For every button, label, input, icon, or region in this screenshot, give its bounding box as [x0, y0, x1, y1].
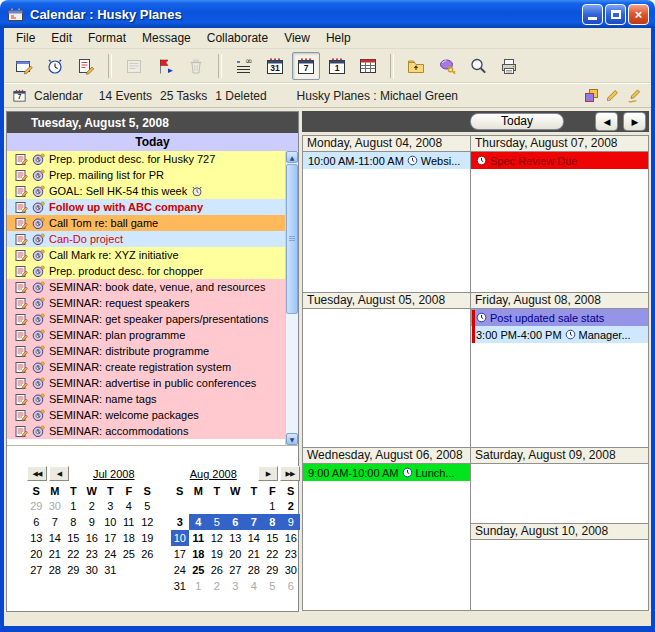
task-item[interactable]: SEMINAR: accommodations: [7, 423, 286, 439]
mini-date[interactable]: 19: [138, 530, 157, 546]
minical-title-jul[interactable]: Jul 2008: [71, 468, 157, 480]
menu-message[interactable]: Message: [134, 29, 199, 47]
mini-date[interactable]: 5: [208, 514, 227, 530]
print-icon[interactable]: [495, 52, 523, 80]
month-view-icon[interactable]: 31: [261, 52, 289, 80]
categories-icon[interactable]: [584, 88, 599, 103]
menu-collaborate[interactable]: Collaborate: [199, 29, 276, 47]
prev-week-button[interactable]: ◀: [595, 112, 618, 131]
new-alarm-icon[interactable]: [41, 52, 69, 80]
mini-date[interactable]: 18: [189, 546, 208, 562]
next-week-button[interactable]: ▶: [623, 112, 646, 131]
day-header-wednesday[interactable]: Wednesday, August 06, 2008: [302, 447, 471, 464]
task-item[interactable]: SEMINAR: book date, venue, and resources: [7, 279, 286, 295]
prev-year-button[interactable]: ◀◀: [27, 466, 47, 481]
task-item[interactable]: SEMINAR: plan programme: [7, 327, 286, 343]
event[interactable]: 3:00 PM-4:00 PMManager...: [471, 326, 648, 343]
mini-date[interactable]: 23: [282, 546, 301, 562]
edit-pencil-icon[interactable]: [605, 88, 620, 103]
mini-date[interactable]: 21: [46, 546, 65, 562]
mini-date[interactable]: 2: [282, 498, 301, 514]
task-item[interactable]: Call Tom re: ball game: [7, 215, 286, 231]
mini-date[interactable]: 6: [27, 514, 46, 530]
mini-date[interactable]: 31: [101, 562, 120, 578]
mini-date[interactable]: 29: [64, 562, 83, 578]
task-item[interactable]: GOAL: Sell HK-54 this week: [7, 183, 286, 199]
mini-date[interactable]: 10: [101, 514, 120, 530]
mini-date[interactable]: 12: [208, 530, 227, 546]
mini-date[interactable]: 30: [46, 498, 65, 514]
mini-date[interactable]: 27: [226, 562, 245, 578]
mini-date[interactable]: 24: [101, 546, 120, 562]
day-cell-tuesday[interactable]: [302, 308, 471, 448]
task-item[interactable]: SEMINAR: create registration system: [7, 359, 286, 375]
mini-date[interactable]: 21: [245, 546, 264, 562]
sign-pencil-icon[interactable]: [626, 88, 643, 103]
mini-date[interactable]: 1: [64, 498, 83, 514]
day-header-friday[interactable]: Friday, August 08, 2008: [470, 292, 649, 309]
mini-date[interactable]: 9: [83, 514, 102, 530]
minical-title-aug[interactable]: Aug 2008: [171, 468, 257, 480]
mini-date[interactable]: 25: [120, 546, 139, 562]
mini-date[interactable]: 14: [245, 530, 264, 546]
mini-date[interactable]: 5: [263, 578, 282, 594]
menu-format[interactable]: Format: [80, 29, 134, 47]
mini-date[interactable]: 4: [189, 514, 208, 530]
mini-date[interactable]: 5: [138, 498, 157, 514]
mini-date[interactable]: 7: [46, 514, 65, 530]
day-cell-friday[interactable]: Post updated sale stats3:00 PM-4:00 PMMa…: [470, 308, 649, 448]
mini-date[interactable]: 3: [226, 578, 245, 594]
title-bar[interactable]: Calendar : Husky Planes ×: [0, 0, 655, 28]
mini-date[interactable]: 11: [120, 514, 139, 530]
mini-date[interactable]: 15: [263, 530, 282, 546]
mini-date[interactable]: 16: [282, 530, 301, 546]
mini-date[interactable]: 20: [27, 546, 46, 562]
search-icon[interactable]: [464, 52, 492, 80]
task-item[interactable]: SEMINAR: welcome packages: [7, 407, 286, 423]
task-item[interactable]: SEMINAR: request speakers: [7, 295, 286, 311]
mini-date[interactable]: 13: [226, 530, 245, 546]
scroll-up-button[interactable]: ▲: [286, 151, 298, 163]
mini-date[interactable]: 1: [263, 498, 282, 514]
prev-month-button[interactable]: ◀: [49, 466, 69, 481]
mini-date[interactable]: 22: [263, 546, 282, 562]
mini-date[interactable]: 23: [83, 546, 102, 562]
task-item[interactable]: SEMINAR: distribute programme: [7, 343, 286, 359]
day-view-icon[interactable]: 1: [323, 52, 351, 80]
mini-date[interactable]: 9: [282, 514, 301, 530]
next-year-button[interactable]: ▶▶: [280, 466, 300, 481]
mini-date[interactable]: 6: [226, 514, 245, 530]
day-header-saturday[interactable]: Saturday, August 09, 2008: [470, 447, 649, 464]
mini-date[interactable]: 11: [189, 530, 208, 546]
mini-date[interactable]: 26: [208, 562, 227, 578]
mini-date[interactable]: 16: [83, 530, 102, 546]
day-cell-saturday[interactable]: [470, 463, 649, 524]
mini-date[interactable]: 31: [171, 578, 190, 594]
menu-edit[interactable]: Edit: [43, 29, 80, 47]
task-item[interactable]: SEMINAR: name tags: [7, 391, 286, 407]
task-item[interactable]: Can-Do project: [7, 231, 286, 247]
mini-date[interactable]: 22: [64, 546, 83, 562]
folder-up-icon[interactable]: [402, 52, 430, 80]
list-view-icon[interactable]: ∞: [230, 52, 258, 80]
mini-date[interactable]: 6: [282, 578, 301, 594]
mini-date[interactable]: 27: [27, 562, 46, 578]
mini-date[interactable]: 4: [245, 578, 264, 594]
mini-date[interactable]: 15: [64, 530, 83, 546]
mini-date[interactable]: 17: [101, 530, 120, 546]
event[interactable]: Spec Review Due: [471, 152, 648, 169]
mini-date[interactable]: 14: [46, 530, 65, 546]
close-button[interactable]: ×: [628, 4, 649, 25]
scroll-thumb[interactable]: [286, 164, 298, 314]
mini-date[interactable]: 4: [120, 498, 139, 514]
mini-date[interactable]: 10: [171, 530, 190, 546]
task-item[interactable]: Follow up with ABC company: [7, 199, 286, 215]
mini-date[interactable]: 29: [263, 562, 282, 578]
task-item[interactable]: Prep. mailing list for PR: [7, 167, 286, 183]
mini-date[interactable]: 2: [208, 578, 227, 594]
new-note-icon[interactable]: [72, 52, 100, 80]
mini-date[interactable]: 20: [226, 546, 245, 562]
scroll-down-button[interactable]: ▼: [286, 433, 298, 445]
mini-date[interactable]: 13: [27, 530, 46, 546]
mini-date[interactable]: 26: [138, 546, 157, 562]
